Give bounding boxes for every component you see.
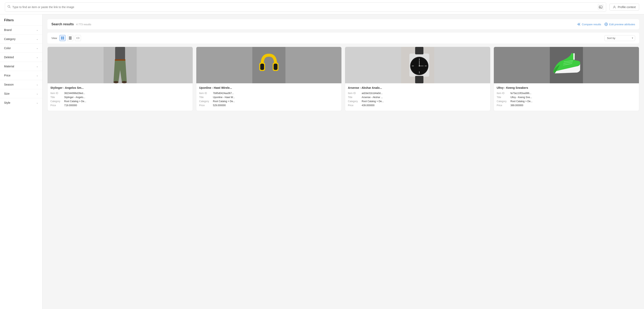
main-layout: Filters Brand ⌄ Category ⌄ Color ⌄ Delet…: [0, 14, 644, 309]
chevron-down-icon: ⌄: [36, 74, 38, 77]
results-title: Search results: [52, 22, 74, 26]
code-view-button[interactable]: [75, 35, 81, 41]
svg-point-22: [122, 81, 127, 83]
sort-wrapper: Sort by Price: Low to High Price: High t…: [604, 35, 635, 41]
svg-rect-11: [61, 37, 62, 38]
compare-results-label: Compare results: [582, 23, 601, 26]
attr-value-item-id-0: 362344996d28ed...: [64, 92, 85, 95]
product-info-0: Stylinger - Angelos Sm... Item ID 362344…: [48, 83, 193, 111]
attr-value-category-0: Root Catalog > De...: [64, 100, 86, 103]
filter-brand[interactable]: Brand ⌄: [0, 25, 42, 34]
product-attr-item-id-0: Item ID 362344996d28ed...: [50, 92, 190, 95]
search-icon: [8, 5, 11, 9]
svg-point-21: [114, 81, 118, 83]
product-attr-price-2: Price 439.000000: [348, 104, 487, 107]
svg-point-6: [606, 24, 607, 25]
filter-category[interactable]: Category ⌄: [0, 34, 42, 43]
product-attr-title-0: Title Stylinger - Angelo...: [50, 96, 190, 99]
product-info-2: Arsense - Akshar Analo... Item ID ad2de3…: [345, 83, 490, 111]
svg-rect-23: [252, 47, 286, 83]
edit-preview-attributes-button[interactable]: Edit preview attributes: [604, 22, 635, 26]
svg-point-4: [614, 6, 615, 7]
chevron-down-icon: ⌄: [36, 28, 38, 31]
svg-rect-12: [63, 37, 64, 38]
attr-value-item-id-1: 7b95d0424aa367...: [213, 92, 234, 95]
attr-label-title-0: Title: [50, 96, 62, 99]
product-grid: Stylinger - Angelos Sm... Item ID 362344…: [47, 47, 639, 111]
product-attr-title-3: Title Ultvy - Keeng Sne...: [497, 96, 636, 99]
product-attr-item-id-1: Item ID 7b95d0424aa367...: [199, 92, 338, 95]
search-input[interactable]: [12, 5, 596, 9]
svg-rect-17: [69, 39, 72, 39]
product-name-3: Ultvy - Keeng Sneakers: [497, 86, 636, 89]
product-info-1: Uponline - Hawi Wirele... Item ID 7b95d0…: [196, 83, 342, 111]
attr-value-category-3: Root Catalog > De...: [510, 100, 532, 103]
svg-rect-16: [69, 38, 72, 38]
filter-color[interactable]: Color ⌄: [0, 43, 42, 52]
filter-size[interactable]: Size ⌄: [0, 89, 42, 98]
attr-label-category-3: Category: [497, 100, 509, 103]
attr-label-price-0: Price: [50, 104, 62, 107]
product-name-2: Arsense - Akshar Analo...: [348, 86, 487, 89]
product-attr-price-0: Price 719.000000: [50, 104, 190, 107]
grid-view-button[interactable]: [60, 35, 66, 41]
view-label: View: [52, 37, 57, 40]
filter-price[interactable]: Price ⌄: [0, 71, 42, 80]
filter-material[interactable]: Material ⌄: [0, 62, 42, 71]
product-attr-category-3: Category Root Catalog > De...: [497, 100, 636, 103]
chevron-down-icon: ⌄: [36, 38, 38, 40]
attr-value-title-0: Stylinger - Angelo...: [64, 96, 85, 99]
filter-deleted-label: Deleted: [4, 56, 14, 59]
results-actions: Compare results Edit preview attributes: [577, 22, 635, 26]
svg-rect-42: [573, 53, 575, 60]
filter-size-label: Size: [4, 92, 10, 95]
product-attr-item-id-2: Item ID ad2de31b1d4a0d...: [348, 92, 487, 95]
filter-category-label: Category: [4, 37, 16, 41]
image-upload-button[interactable]: [598, 4, 604, 10]
filter-material-label: Material: [4, 65, 14, 68]
svg-rect-2: [599, 6, 602, 8]
filter-brand-label: Brand: [4, 28, 12, 31]
product-attr-price-1: Price 529.000000: [199, 104, 338, 107]
product-name-0: Stylinger - Angelos Sm...: [50, 86, 190, 89]
attr-label-category-1: Category: [199, 100, 211, 103]
svg-rect-15: [69, 37, 72, 37]
attr-value-price-1: 529.000000: [213, 104, 226, 107]
attr-value-category-2: Root Catalog > De...: [362, 100, 384, 103]
header: Profile context: [0, 0, 644, 14]
filter-style-label: Style: [4, 101, 10, 104]
product-attr-category-0: Category Root Catalog > De...: [50, 100, 190, 103]
filter-style[interactable]: Style ⌄: [0, 98, 42, 107]
attr-label-item-id-3: Item ID: [497, 92, 509, 95]
attr-value-price-3: 389.000000: [510, 104, 523, 107]
svg-rect-27: [274, 64, 278, 70]
product-info-3: Ultvy - Keeng Sneakers Item ID fa73a110f…: [494, 83, 639, 111]
attr-value-title-2: Arsense - Akshar ...: [362, 96, 383, 99]
attr-label-category-0: Category: [50, 100, 62, 103]
edit-preview-label: Edit preview attributes: [609, 23, 635, 26]
product-card-3: Ultvy - Keeng Sneakers Item ID fa73a110f…: [494, 47, 639, 111]
product-attr-price-3: Price 389.000000: [497, 104, 636, 107]
attr-value-title-1: Uponline - Hawi W...: [213, 96, 235, 99]
sort-select[interactable]: Sort by Price: Low to High Price: High t…: [604, 35, 635, 41]
product-image-1: [196, 47, 342, 83]
product-attr-category-1: Category Root Catalog > De...: [199, 100, 338, 103]
chevron-down-icon: ⌄: [36, 83, 38, 86]
svg-rect-20: [115, 59, 125, 61]
attr-label-item-id-1: Item ID: [199, 92, 211, 95]
compare-results-button[interactable]: Compare results: [577, 22, 601, 26]
profile-context-button[interactable]: Profile context: [610, 4, 639, 10]
attr-value-item-id-3: fa73a110f2ea086...: [510, 92, 531, 95]
view-group: View: [52, 35, 81, 41]
content-area: Search results 4 773 results Compare res…: [42, 14, 644, 309]
filter-price-label: Price: [4, 74, 10, 77]
list-view-button[interactable]: [67, 35, 73, 41]
filter-deleted[interactable]: Deleted ⌄: [0, 52, 42, 62]
attr-label-price-1: Price: [199, 104, 211, 107]
results-count: 4 773 results: [76, 23, 91, 26]
profile-context-label: Profile context: [618, 5, 636, 9]
svg-rect-40: [415, 76, 424, 83]
filter-season[interactable]: Season ⌄: [0, 80, 42, 89]
chevron-down-icon: ⌄: [36, 65, 38, 68]
svg-rect-25: [260, 64, 264, 70]
